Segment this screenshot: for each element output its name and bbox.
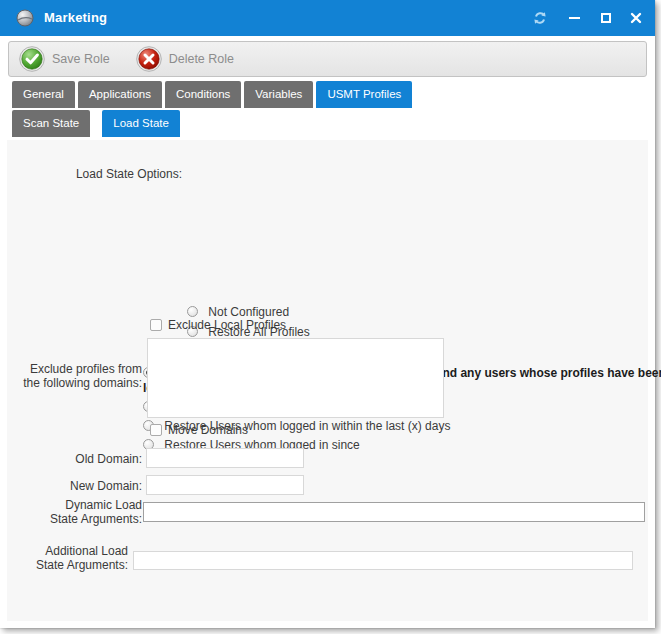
delete-x-icon xyxy=(136,46,162,72)
new-domain-input[interactable] xyxy=(146,475,304,495)
minimize-icon xyxy=(569,17,580,19)
tab-variables[interactable]: Variables xyxy=(244,81,313,108)
additional-load-state-arguments-input[interactable] xyxy=(133,551,633,570)
exclude-domains-textarea[interactable] xyxy=(147,338,444,418)
toolbar: Save Role Delete Role xyxy=(8,41,647,77)
tab-usmt-profiles[interactable]: USMT Profiles xyxy=(316,81,412,108)
dynamic-load-state-arguments-input[interactable] xyxy=(143,502,645,522)
title-bar: Marketing xyxy=(0,0,655,36)
window-title: Marketing xyxy=(44,10,107,25)
new-domain-label: New Domain: xyxy=(40,479,142,493)
dynamic-args-label: Dynamic Load State Arguments: xyxy=(36,498,142,526)
sub-tab-bar: Scan State Load State xyxy=(12,110,192,137)
load-state-options-label: Load State Options: xyxy=(37,167,182,181)
tab-scan-state[interactable]: Scan State xyxy=(12,110,90,137)
delete-role-button[interactable]: Delete Role xyxy=(136,46,234,72)
checkbox-icon xyxy=(150,319,162,331)
tab-load-state[interactable]: Load State xyxy=(102,110,180,137)
maximize-icon xyxy=(601,13,611,23)
refresh-icon xyxy=(532,10,548,26)
tab-applications[interactable]: Applications xyxy=(78,81,162,108)
close-button[interactable] xyxy=(623,6,649,30)
additional-args-label: Additional Load State Arguments: xyxy=(21,544,128,572)
delete-role-label: Delete Role xyxy=(169,52,234,66)
move-domains-checkbox[interactable]: Move Domains xyxy=(150,423,248,437)
old-domain-input[interactable] xyxy=(146,448,304,468)
radio-icon xyxy=(187,306,198,317)
old-domain-label: Old Domain: xyxy=(40,452,142,466)
exclude-local-profiles-checkbox[interactable]: Exclude Local Profiles xyxy=(150,318,286,332)
tab-conditions[interactable]: Conditions xyxy=(165,81,241,108)
tab-general[interactable]: General xyxy=(12,81,75,108)
exclude-domains-label: Exclude profiles from the following doma… xyxy=(20,362,142,390)
close-icon xyxy=(630,12,642,24)
window-marketing: Marketing xyxy=(0,0,655,628)
refresh-button[interactable] xyxy=(527,6,553,30)
app-icon xyxy=(15,8,35,28)
main-tab-bar: General Applications Conditions Variable… xyxy=(12,81,415,108)
save-role-button[interactable]: Save Role xyxy=(19,46,110,72)
load-state-form: Load State Options: Not Configured Resto… xyxy=(7,140,648,621)
save-check-icon xyxy=(19,46,45,72)
checkbox-icon xyxy=(150,424,162,436)
minimize-button[interactable] xyxy=(561,6,587,30)
maximize-button[interactable] xyxy=(593,6,619,30)
save-role-label: Save Role xyxy=(52,52,110,66)
